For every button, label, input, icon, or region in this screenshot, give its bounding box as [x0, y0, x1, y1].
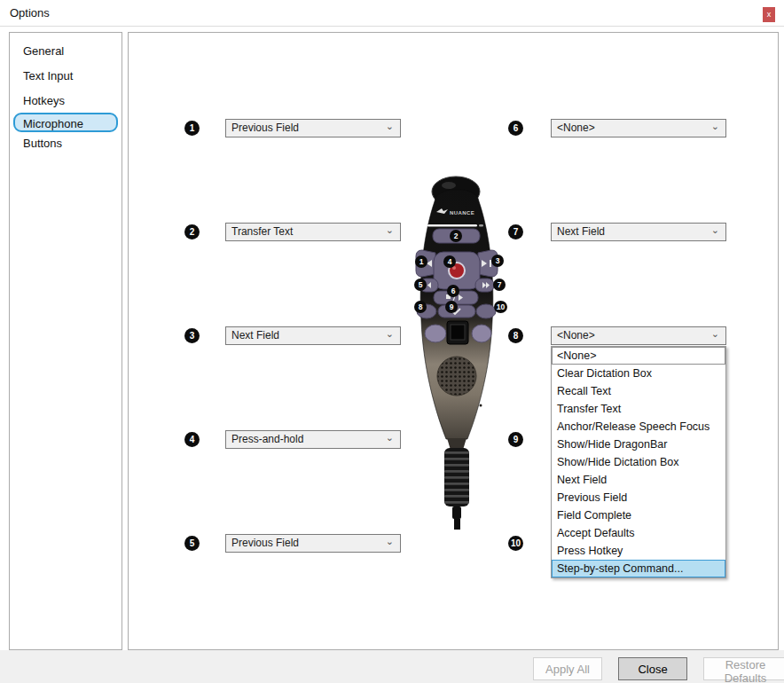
title-bar: Options x — [0, 0, 784, 27]
button-7-badge: 7 — [508, 224, 523, 239]
button-6-action-dropdown[interactable]: <None> ⌄ — [551, 119, 726, 137]
button-8-action-dropdown[interactable]: <None> ⌄ — [551, 326, 726, 345]
sidebar-item-general[interactable]: General — [13, 40, 118, 59]
button-5-badge: 5 — [184, 536, 200, 551]
chevron-down-icon: ⌄ — [386, 118, 394, 135]
mic-badge-2: 2 — [450, 230, 462, 242]
button-2-action-dropdown[interactable]: Transfer Text ⌄ — [225, 223, 401, 241]
chevron-down-icon: ⌄ — [386, 533, 394, 550]
button-9-badge: 9 — [508, 432, 523, 447]
sidebar-item-hotkeys[interactable]: Hotkeys — [13, 90, 118, 109]
dropdown-value: Next Field — [231, 327, 279, 344]
chevron-down-icon: ⌄ — [711, 222, 719, 239]
button-1-badge: 1 — [184, 121, 200, 136]
list-item-anchor-release-focus[interactable]: Anchor/Release Speech Focus — [552, 418, 725, 436]
mic-badge-6: 6 — [447, 285, 459, 297]
button-10-badge: 10 — [508, 536, 523, 551]
list-item-recall-text[interactable]: Recall Text — [552, 382, 725, 400]
button-3-action-dropdown[interactable]: Next Field ⌄ — [225, 326, 401, 345]
chevron-down-icon: ⌄ — [386, 326, 394, 342]
chevron-down-icon: ⌄ — [711, 118, 719, 135]
dropdown-value: Previous Field — [231, 535, 299, 552]
button-3-badge: 3 — [184, 328, 200, 343]
apply-all-button[interactable]: Apply All — [533, 657, 602, 680]
button-1-action-dropdown[interactable]: Previous Field ⌄ — [225, 119, 401, 137]
dropdown-value: Press-and-hold — [231, 431, 303, 448]
mic-badge-5: 5 — [414, 279, 427, 291]
list-item-field-complete[interactable]: Field Complete — [552, 506, 725, 524]
button-2-badge: 2 — [184, 224, 200, 239]
button-8-badge: 8 — [508, 328, 523, 343]
sidebar-item-text-input[interactable]: Text Input — [13, 65, 118, 84]
settings-nav-sidebar: General Text Input Hotkeys Microphone Bu… — [9, 32, 122, 650]
mic-badge-10: 10 — [494, 301, 507, 313]
mic-badge-1: 1 — [415, 255, 427, 268]
powermic-illustration: NUANCE — [404, 175, 509, 531]
mic-badge-8: 8 — [414, 301, 427, 313]
list-item-clear-dictation-box[interactable]: Clear Dictation Box — [552, 365, 725, 382]
mic-badge-7: 7 — [493, 279, 506, 291]
mic-badge-3: 3 — [491, 255, 504, 267]
sidebar-item-microphone-buttons[interactable]: Microphone Buttons — [13, 113, 118, 132]
dropdown-value: <None> — [557, 327, 595, 344]
options-dialog: Options x General Text Input Hotkeys Mic… — [0, 0, 784, 683]
microphone-buttons-panel: 1 Previous Field ⌄ 2 Transfer Text ⌄ 3 N… — [128, 32, 779, 650]
list-item-show-hide-dictation-box[interactable]: Show/Hide Dictation Box — [552, 453, 725, 471]
button-5-action-dropdown[interactable]: Previous Field ⌄ — [225, 534, 401, 553]
button-4-badge: 4 — [184, 432, 200, 447]
chevron-down-icon: ⌄ — [386, 429, 394, 446]
list-item-none[interactable]: <None> — [552, 347, 725, 365]
dropdown-value: Next Field — [557, 224, 605, 240]
dialog-footer: Apply All Close Restore Defaults — [0, 650, 784, 683]
button-8-open-dropdown-list: <None> Clear Dictation Box Recall Text T… — [551, 346, 726, 578]
list-item-press-hotkey[interactable]: Press Hotkey — [552, 542, 725, 560]
powermic-image: NUANCE — [404, 175, 509, 531]
window-title: Options — [10, 6, 50, 20]
button-4-action-dropdown[interactable]: Press-and-hold ⌄ — [225, 430, 401, 449]
dropdown-value: <None> — [557, 120, 595, 137]
restore-defaults-button[interactable]: Restore Defaults — [703, 657, 784, 680]
list-item-accept-defaults[interactable]: Accept Defaults — [552, 524, 725, 542]
list-item-step-by-step-command[interactable]: Step-by-step Command... — [552, 560, 725, 577]
close-button[interactable]: Close — [618, 657, 687, 680]
close-window-button[interactable]: x — [763, 7, 775, 22]
button-6-badge: 6 — [508, 121, 523, 136]
chevron-down-icon: ⌄ — [711, 326, 719, 342]
list-item-transfer-text[interactable]: Transfer Text — [552, 400, 725, 418]
dropdown-value: Transfer Text — [231, 224, 293, 240]
mic-badge-4: 4 — [443, 255, 456, 268]
list-item-previous-field[interactable]: Previous Field — [552, 489, 725, 506]
dropdown-value: Previous Field — [231, 120, 299, 137]
button-7-action-dropdown[interactable]: Next Field ⌄ — [551, 223, 726, 241]
chevron-down-icon: ⌄ — [386, 222, 394, 239]
list-item-show-hide-dragonbar[interactable]: Show/Hide DragonBar — [552, 436, 725, 453]
list-item-next-field[interactable]: Next Field — [552, 471, 725, 489]
mic-badge-9: 9 — [445, 301, 458, 313]
mic-brand-label: NUANCE — [450, 210, 474, 216]
